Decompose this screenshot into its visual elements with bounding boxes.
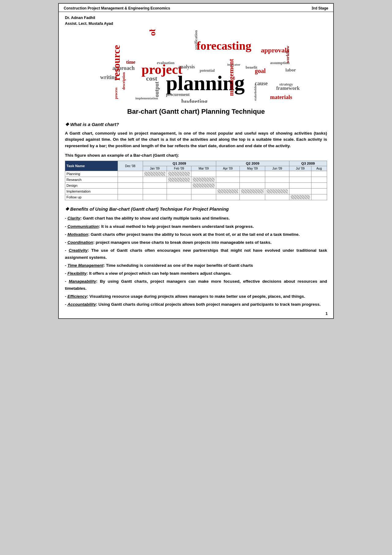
gantt-cell — [265, 183, 289, 189]
gantt-cell — [118, 183, 143, 189]
benefit-item: - Coordination: project managers use the… — [65, 239, 327, 246]
benefit-term: Communication — [67, 224, 99, 229]
main-title: Bar-chart (Gantt chart) Planning Techniq… — [65, 108, 327, 116]
gantt-cell — [191, 183, 216, 189]
gantt-task-name: Research — [65, 177, 118, 183]
benefit-item: - Creativity: The use of Gantt charts of… — [65, 247, 327, 261]
gantt-bar — [241, 189, 264, 193]
benefit-term: Accountability — [67, 302, 96, 307]
author-line2: Assist. Lect. Mustafa Ayad — [65, 21, 327, 27]
gantt-month-0: Jan '09 — [143, 166, 167, 171]
gantt-cell — [289, 177, 311, 183]
word-cloud-word: procurement — [166, 92, 190, 97]
page-number: 1 — [326, 311, 328, 316]
gantt-task-name: Planning — [65, 171, 118, 177]
gantt-month-1: Feb '09 — [167, 166, 191, 171]
gantt-task-name: Follow up — [65, 194, 118, 200]
gantt-cell — [118, 171, 143, 177]
word-cloud-word: materials — [270, 94, 292, 101]
gantt-cell — [216, 183, 239, 189]
gantt-bar — [193, 183, 214, 188]
word-cloud-word: process — [114, 87, 119, 99]
benefit-term: Efficiency — [67, 294, 87, 299]
gantt-month-2: Mar '09 — [191, 166, 216, 171]
gantt-cell — [239, 189, 265, 194]
gantt-q2-header: Q2 2009 — [216, 161, 289, 166]
gantt-cell — [216, 194, 239, 200]
word-cloud-word: resource — [111, 45, 122, 80]
gantt-cell — [311, 189, 327, 194]
author-line1: Dr. Adnan Fadhil — [65, 15, 327, 21]
gantt-cell — [311, 194, 327, 200]
gantt-cell — [118, 194, 143, 200]
gantt-cell — [311, 177, 327, 183]
gantt-month-3: Apr '09 — [216, 166, 239, 171]
gantt-month-5: Jun '09 — [265, 166, 289, 171]
gantt-cell — [191, 177, 216, 183]
benefit-term: Coordination — [67, 240, 93, 245]
gantt-cell — [167, 194, 191, 200]
word-cloud-word: management — [227, 59, 235, 96]
gantt-cell — [239, 171, 265, 177]
gantt-cell — [265, 194, 289, 200]
word-cloud-word: workflow — [285, 46, 290, 63]
word-cloud-word: stakeholder — [253, 84, 257, 101]
word-cloud-word: objective — [148, 29, 157, 36]
gantt-cell — [239, 183, 265, 189]
benefit-item: - Time Management: Time scheduling is co… — [65, 262, 327, 269]
gantt-cell — [191, 171, 216, 177]
page-header: Construction Project Management & Engine… — [59, 4, 333, 12]
gantt-cell — [143, 194, 167, 200]
gantt-cell — [143, 189, 167, 194]
word-cloud-word: budgeting — [181, 98, 208, 103]
gantt-q1-header: Q1 2009 — [143, 161, 216, 166]
gantt-cell — [239, 177, 265, 183]
gantt-bar — [144, 172, 165, 176]
gantt-cell — [311, 183, 327, 189]
gantt-month-7: Aug — [311, 166, 327, 171]
gantt-cell — [118, 189, 143, 194]
gantt-cell — [265, 177, 289, 183]
benefit-item: - Flexibility: It offers a view of proje… — [65, 270, 327, 277]
figure-caption: This figure shows an example of a Bar-ch… — [65, 153, 327, 158]
benefit-term: Flexibility — [67, 271, 86, 276]
gantt-month-4: May '09 — [239, 166, 265, 171]
gantt-cell — [167, 183, 191, 189]
gantt-cell — [167, 177, 191, 183]
gantt-cell — [167, 171, 191, 177]
header-title: Construction Project Management & Engine… — [64, 6, 170, 10]
what-is-body: A Gantt chart, commonly used in project … — [65, 130, 327, 150]
word-cloud-word: cost — [146, 75, 157, 82]
gantt-header-task: Task Name — [65, 161, 118, 171]
gantt-cell — [265, 171, 289, 177]
gantt-task-name: Design — [65, 183, 118, 189]
benefits-list: - Clarity: Gantt chart has the ability t… — [65, 215, 327, 308]
gantt-bar — [168, 172, 190, 176]
gantt-cell — [191, 189, 216, 194]
gantt-cell — [216, 171, 239, 177]
gantt-cell — [143, 171, 167, 177]
word-cloud-word: time — [126, 59, 135, 65]
word-cloud-word: analysis — [178, 64, 195, 70]
word-cloud: objectivetimeevaluationverificationforec… — [65, 29, 327, 103]
gantt-bar — [168, 178, 190, 182]
benefit-term: Manageability — [69, 279, 96, 284]
gantt-cell — [143, 177, 167, 183]
benefit-term: Motivation — [67, 232, 88, 237]
benefit-item: - Communication: It is a visual method t… — [65, 223, 327, 230]
word-cloud-word: framework — [276, 86, 300, 91]
word-cloud-word: output — [154, 81, 160, 97]
benefit-term: Creativity — [69, 248, 88, 253]
gantt-bar — [193, 178, 214, 182]
gantt-cell — [167, 189, 191, 194]
word-cloud-word: goal — [255, 67, 266, 75]
benefit-item: - Clarity: Gantt chart has the ability t… — [65, 215, 327, 222]
section-heading-what: What is a Gantt chart? — [65, 122, 327, 127]
gantt-q3-header: Q3 2009 — [289, 161, 327, 166]
section-heading-benefits: Benefits of Using Bar-chart (Gantt chart… — [65, 206, 327, 212]
gantt-bar — [266, 189, 288, 193]
gantt-cell — [289, 189, 311, 194]
authors: Dr. Adnan Fadhil Assist. Lect. Mustafa A… — [65, 15, 327, 27]
word-cloud-word: forecasting — [197, 39, 251, 52]
page: Construction Project Management & Engine… — [58, 3, 334, 319]
